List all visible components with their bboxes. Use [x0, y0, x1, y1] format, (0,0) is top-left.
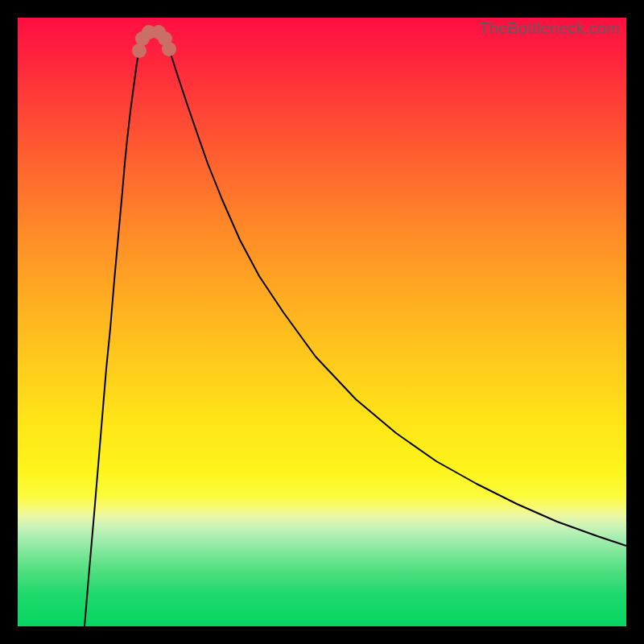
chart-frame: TheBottleneck.com: [0, 0, 644, 644]
trough-markers: [132, 25, 176, 58]
bottleneck-curve-left: [85, 35, 148, 626]
bottleneck-curve-right: [161, 35, 626, 546]
trough-marker: [162, 42, 176, 56]
curves-layer: [18, 18, 626, 626]
attribution-text: TheBottleneck.com: [479, 19, 620, 38]
plot-area: TheBottleneck.com: [18, 18, 626, 626]
